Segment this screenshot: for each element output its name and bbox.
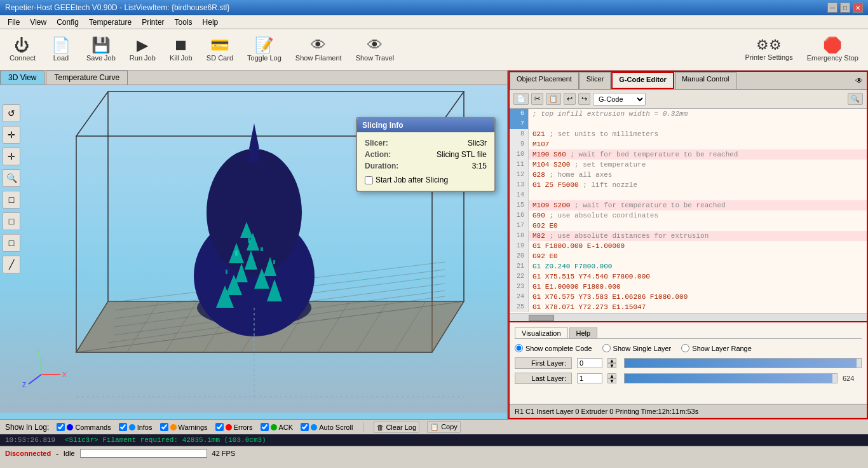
viewport: ↺ ✛ ✛ 🔍 □ □ □ ╱	[0, 85, 508, 413]
last-layer-button[interactable]: Last Layer:	[515, 373, 572, 384]
show-travel-button[interactable]: 👁 Show Travel	[351, 34, 399, 65]
progress-bar[interactable]	[80, 449, 207, 458]
tab-gcode-editor[interactable]: G-Code Editor	[611, 72, 674, 89]
errors-label: Errors	[234, 423, 253, 431]
start-job-checkbox-row: Start Job after Slicing	[365, 176, 487, 184]
infos-check[interactable]: Infos	[119, 423, 153, 431]
duration-label: Duration:	[365, 162, 398, 170]
line-number-8: 8	[510, 129, 529, 139]
last-layer-slider[interactable]	[624, 373, 837, 383]
start-job-checkbox[interactable]	[365, 176, 373, 184]
menu-tools[interactable]: Tools	[170, 17, 198, 28]
emergency-stop-button[interactable]: 🛑 Emergency Stop	[803, 34, 863, 65]
action-row: Action: Slicing STL file	[365, 150, 487, 159]
line-content-15: M109 S200 ; wait for temperature to be r…	[529, 200, 867, 210]
sd-card-button[interactable]: 💳 SD Card	[202, 34, 238, 65]
warnings-check[interactable]: Warnings	[160, 423, 208, 431]
toggle-log-button[interactable]: 📝 Toggle Log	[243, 34, 286, 65]
log-message: <Slic3r> Filament required: 42835.1mm (1…	[65, 436, 266, 444]
clear-log-button[interactable]: 🗑 Clear Log	[374, 422, 419, 433]
maximize-button[interactable]: □	[840, 3, 850, 13]
view-toggle-button[interactable]: 🔍	[848, 93, 863, 105]
ack-check[interactable]: ACK	[261, 423, 294, 431]
tab-slicer[interactable]: Slicer	[580, 72, 611, 89]
connect-button[interactable]: ⏻ Connect	[5, 34, 40, 65]
eye-button[interactable]: 👁	[851, 72, 867, 89]
radio-show-range[interactable]: Show Layer Range	[681, 344, 752, 352]
line-number-17: 17	[510, 221, 529, 231]
radio-show-complete[interactable]: Show complete Code	[515, 344, 592, 352]
warnings-label: Warnings	[179, 423, 208, 431]
slicing-info-title: Slicing Info	[357, 118, 494, 132]
minimize-button[interactable]: ─	[827, 3, 837, 13]
zoom-tool[interactable]: 🔍	[3, 169, 20, 187]
menu-temperature[interactable]: Temperature	[84, 17, 137, 28]
cut-button[interactable]: ✂	[531, 93, 543, 105]
auto-scroll-check[interactable]: Auto Scroll	[301, 423, 353, 431]
slicer-label: Slicer:	[365, 139, 388, 148]
first-layer-input[interactable]	[577, 358, 602, 368]
menu-printer[interactable]: Printer	[137, 17, 169, 28]
view-front[interactable]: □	[3, 191, 20, 209]
last-layer-up[interactable]: ▲	[607, 373, 616, 378]
code-horizontal-scrollbar[interactable]	[510, 313, 867, 321]
undo-button[interactable]: ↩	[564, 93, 576, 105]
code-line-22: 22 G1 X75.515 Y74.540 F7800.000	[510, 272, 867, 282]
load-button[interactable]: 📄 Load	[45, 34, 77, 65]
menu-help[interactable]: Help	[198, 17, 224, 28]
redo-button[interactable]: ↪	[578, 93, 590, 105]
connect-icon: ⏻	[15, 38, 30, 53]
radio-show-single[interactable]: Show Single Layer	[602, 344, 672, 352]
last-layer-spinner: ▲ ▼	[607, 373, 616, 383]
start-job-label: Start Job after Slicing	[376, 176, 448, 184]
tab-3d-view[interactable]: 3D View	[0, 71, 44, 85]
tab-help[interactable]: Help	[569, 327, 598, 338]
run-job-label: Run Job	[130, 54, 156, 62]
show-filament-button[interactable]: 👁 Show Filament	[291, 34, 346, 65]
view-top[interactable]: □	[3, 212, 20, 230]
first-layer-button[interactable]: First Layer:	[515, 357, 572, 369]
first-layer-up[interactable]: ▲	[607, 358, 616, 363]
diagonal-tool[interactable]: ╱	[3, 256, 20, 273]
menu-view[interactable]: View	[25, 17, 51, 28]
kill-job-icon: ⏹	[173, 38, 189, 53]
last-layer-down[interactable]: ▼	[607, 378, 616, 383]
show-single-label: Show Single Layer	[613, 345, 672, 352]
view-side[interactable]: □	[3, 234, 20, 252]
move-tool-2[interactable]: ✛	[3, 148, 20, 165]
gcode-type-dropdown[interactable]: G-Code Start Code End Code	[593, 93, 646, 106]
tab-object-placement[interactable]: Object Placement	[510, 72, 579, 89]
menu-config[interactable]: Config	[51, 17, 84, 28]
close-button[interactable]: ✕	[853, 3, 863, 13]
menubar: File View Config Temperature Printer Too…	[0, 15, 868, 29]
save-job-button[interactable]: 💾 Save Job	[82, 34, 120, 65]
paste-button[interactable]: 📋	[546, 93, 561, 105]
tab-manual-control[interactable]: Manual Control	[675, 72, 736, 89]
printer-settings-button[interactable]: ⚙⚙ Printer Settings	[740, 35, 797, 64]
kill-job-button[interactable]: ⏹ Kill Job	[165, 34, 197, 65]
tab-visualization[interactable]: Visualization	[515, 327, 568, 338]
right-panel-tabs: Object Placement Slicer G-Code Editor Ma…	[510, 72, 867, 90]
commands-check[interactable]: Commands	[57, 423, 111, 431]
copy-log-button[interactable]: 📋 Copy	[427, 421, 461, 433]
log-content: 10:53:26.819 <Slic3r> Filament required:…	[0, 434, 868, 446]
menu-file[interactable]: File	[3, 17, 25, 28]
last-layer-input[interactable]	[577, 373, 602, 383]
code-toolbar: 📄 ✂ 📋 ↩ ↪ G-Code Start Code End Code 🔍	[510, 90, 867, 109]
titlebar: Repetier-Host GEEEtech V0.90D - ListView…	[0, 0, 868, 15]
log-timestamp: 10:53:26.819	[5, 436, 55, 444]
line-number-15: 15	[510, 200, 529, 210]
toolbar: ⏻ Connect 📄 Load 💾 Save Job ▶ Run Job ⏹ …	[0, 29, 868, 71]
code-editor[interactable]: 6 ; top infill extrusion width = 0.32mm …	[510, 109, 867, 313]
new-file-button[interactable]: 📄	[513, 93, 529, 105]
first-layer-down[interactable]: ▼	[607, 363, 616, 368]
rotate-tool[interactable]: ↺	[3, 104, 20, 122]
first-layer-slider[interactable]	[624, 358, 862, 368]
errors-check[interactable]: Errors	[215, 423, 253, 431]
tab-temperature-curve[interactable]: Temperature Curve	[46, 71, 128, 85]
move-tool[interactable]: ✛	[3, 126, 20, 144]
run-job-button[interactable]: ▶ Run Job	[125, 34, 160, 65]
line-content-14	[529, 190, 867, 200]
svg-rect-42	[226, 270, 227, 274]
svg-rect-43	[273, 260, 275, 264]
